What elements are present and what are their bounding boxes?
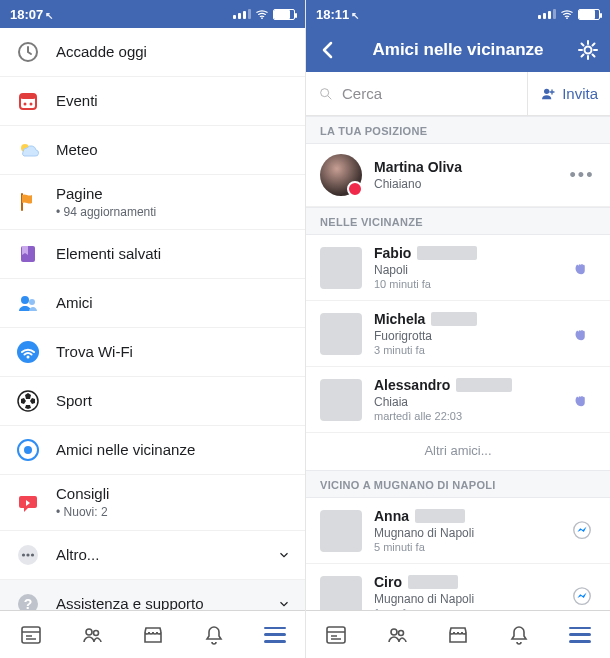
wave-icon — [571, 389, 593, 411]
feed-icon — [19, 623, 43, 647]
menu-item-more[interactable]: Altro... — [0, 531, 305, 580]
menu-item-saved[interactable]: Elementi salvati — [0, 230, 305, 279]
avatar — [320, 576, 362, 611]
friend-location: Chiaia — [374, 395, 556, 409]
messenger-icon — [571, 586, 593, 608]
more-friends-link[interactable]: Altri amici... — [306, 433, 610, 470]
tab-marketplace[interactable] — [428, 611, 489, 658]
avatar — [320, 313, 362, 355]
menu-label: Eventi — [56, 92, 291, 110]
people-icon — [80, 623, 104, 647]
redacted — [408, 575, 458, 589]
wave-button[interactable] — [568, 386, 596, 414]
tab-notifications[interactable] — [488, 611, 549, 658]
search-row: Cerca Invita — [306, 72, 610, 116]
battery-icon — [273, 9, 295, 20]
wifi-circle-icon — [14, 338, 42, 366]
friend-row[interactable]: Ciro Mugnano di Napoli 1 ora fa — [306, 564, 610, 610]
wifi-icon — [255, 9, 269, 19]
menu-item-events[interactable]: Eventi — [0, 77, 305, 126]
more-icon — [14, 541, 42, 569]
friend-row[interactable]: Michela Fuorigrotta 3 minuti fa — [306, 301, 610, 367]
tab-feed[interactable] — [306, 611, 367, 658]
bell-icon — [507, 623, 531, 647]
friend-row[interactable]: Anna Mugnano di Napoli 5 minuti fa — [306, 498, 610, 564]
self-location: Chiaiano — [374, 177, 556, 191]
search-icon — [318, 86, 334, 102]
menu-item-findwifi[interactable]: Trova Wi-Fi — [0, 328, 305, 377]
menu-label: Amici — [56, 294, 291, 312]
bookmark-icon — [14, 240, 42, 268]
menu-item-sport[interactable]: Sport — [0, 377, 305, 426]
add-person-icon — [540, 86, 556, 102]
friend-location: Mugnano di Napoli — [374, 526, 556, 540]
menu-item-pages[interactable]: Pagine• 94 aggiornamenti — [0, 175, 305, 230]
avatar — [320, 154, 362, 196]
settings-button[interactable] — [576, 38, 600, 62]
status-time: 18:07↖ — [10, 7, 53, 22]
friend-row[interactable]: Fabio Napoli 10 minuti fa — [306, 235, 610, 301]
nearby-scroll: LA TUA POSIZIONE Martina Oliva Chiaiano … — [306, 116, 610, 610]
tab-menu[interactable] — [549, 611, 610, 658]
friend-name: Ciro — [374, 574, 402, 590]
friend-row[interactable]: Alessandro Chiaia martedì alle 22:03 — [306, 367, 610, 433]
page-title: Amici nelle vicinanze — [348, 40, 568, 60]
phone-left-menu: 18:07↖ Accadde oggi Eventi Meteo — [0, 0, 305, 658]
menu-label: Consigli• Nuovi: 2 — [56, 485, 291, 519]
section-mugnano: VICINO A MUGNANO DI NAPOLI — [306, 470, 610, 498]
menu-label: Assistenza e supporto — [56, 595, 263, 610]
menu-label: Sport — [56, 392, 291, 410]
chevron-left-icon — [316, 38, 340, 62]
menu-label: Accadde oggi — [56, 43, 291, 61]
menu-label: Altro... — [56, 546, 263, 564]
more-button[interactable]: ••• — [568, 161, 596, 189]
invite-label: Invita — [562, 85, 598, 102]
tab-marketplace[interactable] — [122, 611, 183, 658]
tab-feed[interactable] — [0, 611, 61, 658]
friend-time: martedì alle 22:03 — [374, 410, 556, 422]
tab-friends[interactable] — [61, 611, 122, 658]
gear-icon — [576, 38, 600, 62]
tab-notifications[interactable] — [183, 611, 244, 658]
friend-time: 3 minuti fa — [374, 344, 556, 356]
menu-item-tips[interactable]: Consigli• Nuovi: 2 — [0, 475, 305, 530]
friend-name: Alessandro — [374, 377, 450, 393]
messenger-icon — [571, 520, 593, 542]
chevron-down-icon — [277, 548, 291, 562]
friends-icon — [14, 289, 42, 317]
menu-item-weather[interactable]: Meteo — [0, 126, 305, 175]
menu-item-friends[interactable]: Amici — [0, 279, 305, 328]
hamburger-icon — [569, 627, 591, 643]
friend-location: Fuorigrotta — [374, 329, 556, 343]
tab-menu[interactable] — [244, 611, 305, 658]
friend-name: Michela — [374, 311, 425, 327]
market-icon — [446, 623, 470, 647]
wave-button[interactable] — [568, 254, 596, 282]
menu-item-today[interactable]: Accadde oggi — [0, 28, 305, 77]
wave-button[interactable] — [568, 320, 596, 348]
message-button[interactable] — [568, 517, 596, 545]
menu-label: Amici nelle vicinanze — [56, 441, 291, 459]
search-input[interactable]: Cerca — [306, 85, 527, 102]
menu-label: Trova Wi-Fi — [56, 343, 291, 361]
back-button[interactable] — [316, 38, 340, 62]
wave-icon — [571, 323, 593, 345]
tab-bar — [306, 610, 610, 658]
invite-button[interactable]: Invita — [527, 72, 610, 115]
self-row[interactable]: Martina Oliva Chiaiano ••• — [306, 144, 610, 207]
menu-item-help[interactable]: Assistenza e supporto — [0, 580, 305, 610]
section-nearby: NELLE VICINANZE — [306, 207, 610, 235]
signal-icon — [538, 9, 556, 19]
wifi-icon — [560, 9, 574, 19]
calendar-icon — [14, 87, 42, 115]
flag-icon — [14, 188, 42, 216]
avatar — [320, 510, 362, 552]
menu-label: Meteo — [56, 141, 291, 159]
menu-item-nearby-friends[interactable]: Amici nelle vicinanze — [0, 426, 305, 475]
status-bar: 18:11↖ — [306, 0, 610, 28]
phone-right-nearby: 18:11↖ Amici nelle vicinanze Cerca Invit… — [305, 0, 610, 658]
redacted — [456, 378, 512, 392]
wave-icon — [571, 257, 593, 279]
tab-friends[interactable] — [367, 611, 428, 658]
message-button[interactable] — [568, 583, 596, 611]
